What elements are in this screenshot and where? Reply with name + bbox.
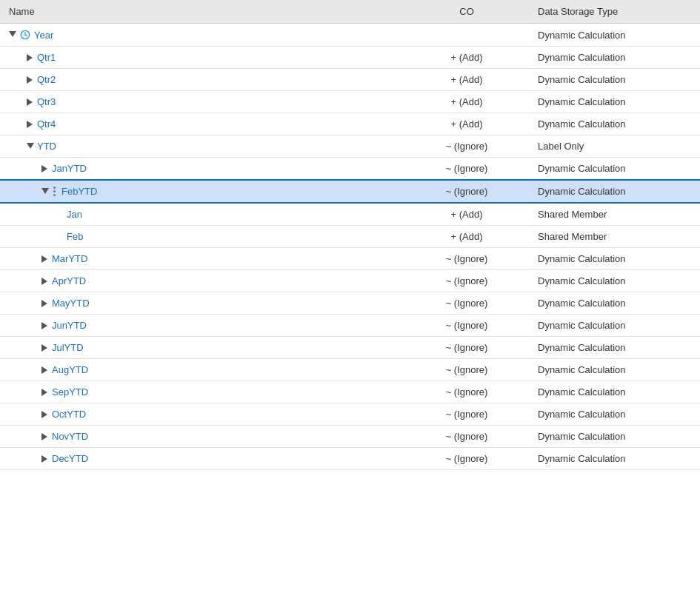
co-value bbox=[404, 24, 529, 47]
table-row[interactable]: AugYTD~ (Ignore)Dynamic Calculation bbox=[0, 359, 700, 381]
name-cell-sepytd: SepYTD bbox=[0, 381, 404, 403]
table-row[interactable]: Qtr4+ (Add)Dynamic Calculation bbox=[0, 113, 700, 135]
collapse-icon[interactable] bbox=[9, 31, 16, 38]
co-value: ~ (Ignore) bbox=[404, 180, 529, 203]
expand-icon[interactable] bbox=[41, 366, 49, 374]
header-storage: Data Storage Type bbox=[529, 0, 700, 24]
expand-icon[interactable] bbox=[41, 411, 49, 418]
table-row[interactable]: SepYTD~ (Ignore)Dynamic Calculation bbox=[0, 381, 700, 403]
table-row[interactable]: YearDynamic Calculation bbox=[0, 24, 700, 47]
expand-icon[interactable] bbox=[41, 433, 49, 440]
table-row[interactable]: Jan+ (Add)Shared Member bbox=[0, 203, 700, 226]
name-cell-octytd: OctYTD bbox=[0, 403, 404, 426]
storage-value: Dynamic Calculation bbox=[529, 270, 700, 292]
table-row[interactable]: FebYTD~ (Ignore)Dynamic Calculation bbox=[0, 180, 700, 203]
expand-icon[interactable] bbox=[41, 389, 49, 396]
co-value: ~ (Ignore) bbox=[404, 337, 529, 359]
table-row[interactable]: JunYTD~ (Ignore)Dynamic Calculation bbox=[0, 315, 700, 337]
expand-icon[interactable] bbox=[27, 121, 34, 128]
name-cell-ytd: YTD bbox=[0, 135, 404, 158]
expand-icon[interactable] bbox=[27, 54, 34, 61]
name-cell-marytd: MarYTD bbox=[0, 248, 404, 270]
table-row[interactable]: JulYTD~ (Ignore)Dynamic Calculation bbox=[0, 337, 700, 359]
storage-value: Dynamic Calculation bbox=[529, 180, 700, 203]
name-cell-maytd: MayYTD bbox=[0, 292, 404, 315]
storage-value: Dynamic Calculation bbox=[529, 426, 700, 448]
co-value: ~ (Ignore) bbox=[404, 292, 529, 315]
table-row[interactable]: DecYTD~ (Ignore)Dynamic Calculation bbox=[0, 448, 700, 470]
storage-value: Dynamic Calculation bbox=[529, 381, 700, 403]
name-cell-novytd: NovYTD bbox=[0, 426, 404, 448]
member-name: FebYTD bbox=[61, 186, 97, 197]
table-row[interactable]: Feb+ (Add)Shared Member bbox=[0, 226, 700, 248]
co-value: ~ (Ignore) bbox=[404, 158, 529, 181]
co-value: ~ (Ignore) bbox=[404, 359, 529, 381]
storage-value: Dynamic Calculation bbox=[529, 47, 700, 69]
member-name: YTD bbox=[37, 141, 56, 152]
co-value: ~ (Ignore) bbox=[404, 315, 529, 337]
member-name: AprYTD bbox=[52, 275, 86, 286]
name-cell-qtr1: Qtr1 bbox=[0, 47, 404, 69]
storage-value: Dynamic Calculation bbox=[529, 448, 700, 470]
expand-icon[interactable] bbox=[41, 278, 49, 285]
table-row[interactable]: Qtr1+ (Add)Dynamic Calculation bbox=[0, 47, 700, 69]
table-row[interactable]: MayYTD~ (Ignore)Dynamic Calculation bbox=[0, 292, 700, 315]
table-header: Name CO Data Storage Type bbox=[0, 0, 700, 24]
member-name: SepYTD bbox=[52, 386, 88, 398]
no-arrow-spacer bbox=[56, 211, 64, 218]
table-row[interactable]: OctYTD~ (Ignore)Dynamic Calculation bbox=[0, 403, 700, 426]
co-value: ~ (Ignore) bbox=[404, 403, 529, 426]
expand-icon[interactable] bbox=[41, 455, 49, 463]
table-row[interactable]: Qtr3+ (Add)Dynamic Calculation bbox=[0, 91, 700, 113]
storage-value: Dynamic Calculation bbox=[529, 337, 700, 359]
co-value: ~ (Ignore) bbox=[404, 135, 529, 158]
member-name: Qtr2 bbox=[37, 74, 56, 85]
table-row[interactable]: NovYTD~ (Ignore)Dynamic Calculation bbox=[0, 426, 700, 448]
clock-icon bbox=[19, 29, 31, 41]
name-cell-year: Year bbox=[0, 24, 404, 47]
table-row[interactable]: AprYTD~ (Ignore)Dynamic Calculation bbox=[0, 270, 700, 292]
table-row[interactable]: MarYTD~ (Ignore)Dynamic Calculation bbox=[0, 248, 700, 270]
co-value: + (Add) bbox=[404, 91, 529, 113]
member-name: DecYTD bbox=[52, 453, 88, 464]
expand-icon[interactable] bbox=[41, 322, 49, 329]
storage-value: Dynamic Calculation bbox=[529, 91, 700, 113]
drag-handle-icon[interactable] bbox=[53, 187, 56, 196]
name-cell-julytd: JulYTD bbox=[0, 337, 404, 359]
member-name: NovYTD bbox=[52, 431, 88, 442]
storage-value: Dynamic Calculation bbox=[529, 315, 700, 337]
storage-value: Dynamic Calculation bbox=[529, 403, 700, 426]
expand-icon[interactable] bbox=[41, 300, 49, 307]
member-name: Qtr3 bbox=[37, 96, 56, 107]
member-name: AugYTD bbox=[52, 364, 88, 375]
name-cell-feb: Feb bbox=[0, 226, 404, 248]
members-table: Name CO Data Storage Type YearDynamic Ca… bbox=[0, 0, 700, 470]
expand-icon[interactable] bbox=[27, 98, 34, 106]
expand-icon[interactable] bbox=[41, 165, 49, 172]
storage-value: Dynamic Calculation bbox=[529, 158, 700, 181]
no-arrow-spacer bbox=[56, 233, 64, 241]
table-row[interactable]: YTD~ (Ignore)Label Only bbox=[0, 135, 700, 158]
name-cell-febytd: FebYTD bbox=[0, 180, 404, 203]
table-row[interactable]: JanYTD~ (Ignore)Dynamic Calculation bbox=[0, 158, 700, 181]
collapse-icon[interactable] bbox=[41, 188, 49, 195]
member-name: JunYTD bbox=[52, 320, 87, 331]
member-name: Qtr1 bbox=[37, 52, 56, 63]
header-co: CO bbox=[404, 0, 529, 24]
member-name: Jan bbox=[67, 209, 82, 220]
member-name: Qtr4 bbox=[37, 118, 56, 130]
storage-value: Dynamic Calculation bbox=[529, 24, 700, 47]
table-row[interactable]: Qtr2+ (Add)Dynamic Calculation bbox=[0, 69, 700, 91]
expand-icon[interactable] bbox=[41, 255, 49, 263]
expand-icon[interactable] bbox=[41, 344, 49, 352]
storage-value: Shared Member bbox=[529, 203, 700, 226]
co-value: + (Add) bbox=[404, 47, 529, 69]
collapse-icon[interactable] bbox=[27, 143, 34, 150]
name-cell-janytd: JanYTD bbox=[0, 158, 404, 181]
storage-value: Label Only bbox=[529, 135, 700, 158]
expand-icon[interactable] bbox=[27, 76, 34, 84]
storage-value: Dynamic Calculation bbox=[529, 359, 700, 381]
member-name: OctYTD bbox=[52, 409, 86, 420]
storage-value: Dynamic Calculation bbox=[529, 248, 700, 270]
storage-value: Dynamic Calculation bbox=[529, 292, 700, 315]
